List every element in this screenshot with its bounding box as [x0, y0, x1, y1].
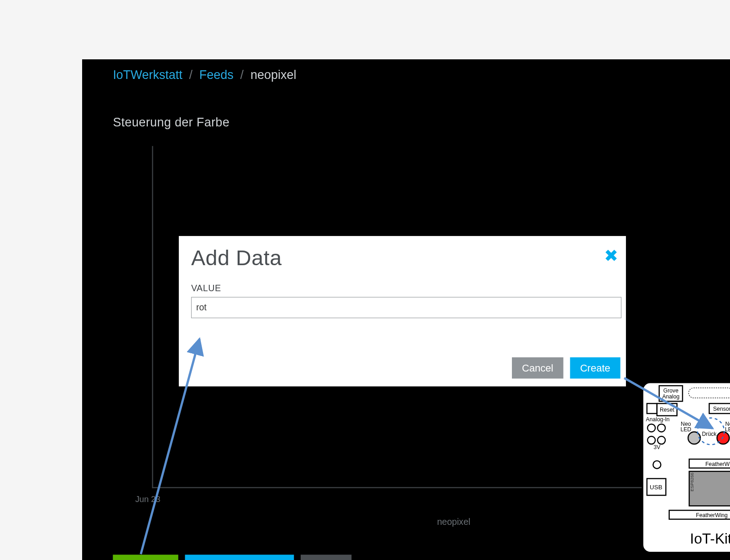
iot-kit-board: Grove Analog Grove I²C Reset Sensor — [641, 381, 730, 556]
create-button[interactable]: Create — [570, 357, 620, 379]
breadcrumb-current: neopixel — [250, 68, 296, 82]
label-usb: USB — [650, 484, 662, 491]
modal-title: Add Data — [191, 246, 626, 270]
modal-actions: Cancel Create — [512, 357, 620, 379]
chart-legend: neopixel — [437, 517, 470, 527]
add-data-button[interactable]: + Add Data — [113, 555, 178, 560]
svg-text:LED: LED — [680, 426, 691, 433]
page-subtitle: Steuerung der Farbe — [113, 115, 229, 130]
board-title: IoT-Kit — [690, 530, 730, 547]
breadcrumb-sep: / — [240, 68, 244, 82]
breadcrumb-sep: / — [189, 68, 193, 82]
add-data-modal: ✖ Add Data VALUE Cancel Create — [179, 236, 626, 387]
breadcrumb-section[interactable]: Feeds — [199, 68, 234, 82]
cancel-button[interactable]: Cancel — [512, 357, 563, 379]
svg-text:LED: LED — [725, 426, 730, 433]
label-3v: 3V — [654, 444, 661, 450]
label-druck: Drück — [702, 431, 717, 437]
label-analog-in: Analog-In — [646, 416, 670, 423]
value-label: VALUE — [191, 283, 626, 293]
label-esp: ESP8266 — [689, 472, 694, 491]
chart-xtick: Jun 23 — [135, 494, 160, 504]
iot-kit-svg: Grove Analog Grove I²C Reset Sensor — [641, 381, 730, 554]
svg-rect-26 — [689, 471, 730, 506]
close-icon[interactable]: ✖ — [604, 246, 618, 266]
value-input[interactable] — [191, 297, 621, 319]
breadcrumb: IoTWerkstatt / Feeds / neopixel — [113, 68, 296, 82]
download-all-button[interactable]: Download All Data — [185, 555, 294, 560]
filter-button[interactable]: Filter — [300, 555, 351, 560]
label-sensor: Sensor — [713, 406, 730, 412]
toolbar: + Add Data Download All Data Filter — [113, 555, 351, 560]
app-background: IoTWerkstatt / Feeds / neopixel Steuerun… — [82, 59, 730, 560]
label-featherwing-bottom: FeatherWing — [696, 512, 728, 518]
label-reset: Reset — [660, 407, 674, 413]
label-grove-analog2: Analog — [662, 393, 679, 400]
breadcrumb-root[interactable]: IoTWerkstatt — [113, 68, 182, 82]
label-grove-analog1: Grove — [663, 387, 678, 394]
label-featherwing-top: FeatherWing — [705, 461, 730, 467]
svg-point-21 — [688, 432, 700, 444]
